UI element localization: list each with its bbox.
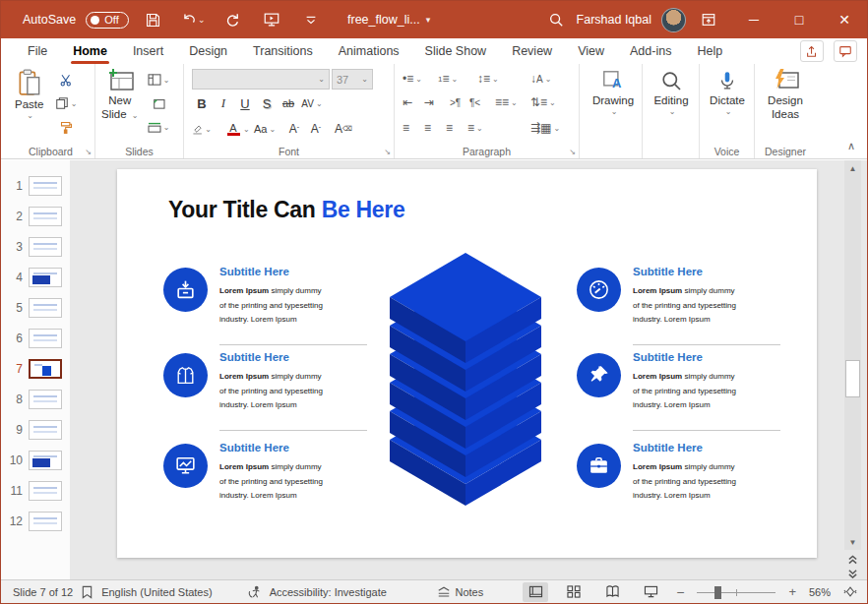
thumbnail-preview[interactable] [29,420,62,440]
search-button[interactable] [541,6,571,33]
save-button[interactable] [139,6,168,33]
zoom-in-button[interactable]: + [788,584,796,599]
paragraph-dialog-launcher[interactable]: ↘ [569,148,576,156]
dictate-button[interactable]: Dictate ⌄ [702,68,753,116]
thumbnail-preview[interactable] [29,329,62,348]
font-dialog-launcher[interactable]: ↘ [384,148,391,156]
slide-thumbnail-9[interactable]: 9 [1,415,70,445]
slide-indicator[interactable]: Slide 7 of 12 [13,586,73,598]
ribbon-display-options-button[interactable] [686,1,731,38]
justify-button[interactable]: ≡⌄ [467,119,483,137]
ltr-button[interactable]: >¶ [450,93,461,111]
text-shadow-button[interactable]: S [257,93,277,113]
next-slide-button[interactable] [844,567,861,580]
convert-smartart-button[interactable]: ⇶▦⌄ [530,119,560,137]
paste-button[interactable]: Paste ⌄ [15,68,43,120]
thumbnail-preview[interactable] [29,512,62,531]
thumbnail-preview[interactable] [29,237,62,257]
clipboard-dialog-launcher[interactable]: ↘ [85,148,92,156]
text-highlight-button[interactable]: ⌄ [192,119,212,139]
line-spacing-button[interactable]: ↕≡⌄ [477,70,499,88]
slide-thumbnail-8[interactable]: 8 [1,385,70,414]
start-slideshow-button[interactable] [257,6,286,33]
strikethrough-button[interactable]: ab [279,93,298,113]
tab-design[interactable]: Design [176,38,240,64]
reading-view-button[interactable] [599,582,625,602]
previous-slide-button[interactable] [844,553,861,567]
font-size-combobox[interactable]: 37⌄ [332,69,373,90]
clear-formatting-button[interactable]: A⌫ [334,119,353,139]
increase-indent-button[interactable]: ⇥ [424,93,434,111]
content-block-4[interactable]: Subtitle Here Lorem Ipsum simply dummy o… [572,261,786,346]
columns-button[interactable]: ≡≡⌄ [495,93,518,111]
slide-sorter-view-button[interactable] [561,582,587,602]
thumbnail-preview[interactable] [29,298,62,318]
close-button[interactable]: ✕ [822,1,867,38]
slide-thumbnail-1[interactable]: 1 [1,171,70,201]
slide-thumbnail-3[interactable]: 3 [1,232,70,262]
slide-thumbnail-5[interactable]: 5 [1,293,70,323]
content-block-2[interactable]: Subtitle Here Lorem Ipsum simply dummy o… [158,346,373,432]
tab-add-ins[interactable]: Add-ins [617,38,684,64]
font-name-combobox[interactable]: ⌄ [192,69,330,90]
scroll-down-button[interactable]: ▼ [844,534,861,550]
tab-file[interactable]: File [15,38,60,64]
decrease-indent-button[interactable]: ⇤ [403,93,412,111]
numbering-button[interactable]: 1≡⌄ [438,70,458,88]
minimize-button[interactable]: ─ [731,1,776,38]
comments-button[interactable] [834,40,857,62]
font-color-dropdown-icon[interactable]: ⌄ [243,125,250,134]
character-spacing-button[interactable]: AV⌄ [302,93,322,113]
document-title[interactable]: free_flow_li... ▾ [347,1,430,38]
scrollbar-track[interactable] [844,176,861,534]
thumbnail-preview[interactable] [29,390,62,409]
thumbnail-preview[interactable] [29,268,62,287]
slide-layout-button[interactable]: ⌄ [147,70,170,90]
thumbnail-preview[interactable] [29,207,62,226]
slide-thumbnail-12[interactable]: 12 [1,507,70,536]
drawing-button[interactable]: A Drawing ⌄ [587,68,640,116]
align-left-button[interactable]: ≡ [403,119,409,137]
tab-animations[interactable]: Animations [326,38,412,64]
slide-thumbnail-4[interactable]: 4 [1,263,70,292]
slide-thumbnail-11[interactable]: 11 [1,476,70,506]
maximize-button[interactable]: □ [776,1,822,38]
tab-review[interactable]: Review [499,38,565,64]
document-dropdown-icon[interactable]: ▾ [426,15,431,25]
customize-quick-access-toolbar-button[interactable] [296,6,326,33]
italic-button[interactable]: I [214,93,233,113]
drawing-dropdown-icon[interactable]: ⌄ [611,107,618,116]
paste-dropdown-icon[interactable]: ⌄ [27,111,33,120]
tab-insert[interactable]: Insert [120,38,176,64]
text-direction-button[interactable]: ↓A⌄ [530,70,551,88]
slide-thumbnail-6[interactable]: 6 [1,324,70,353]
thumbnail-preview[interactable] [29,359,62,379]
zoom-level[interactable]: 56% [809,586,831,598]
avatar[interactable] [661,8,686,32]
redo-button[interactable] [217,6,247,33]
align-text-button[interactable]: ⇅≡⌄ [530,93,556,111]
content-block-1[interactable]: Subtitle Here Lorem Ipsum simply dummy o… [158,261,373,346]
align-right-button[interactable]: ≡ [446,119,453,137]
copy-button[interactable]: ⌄ [54,93,78,113]
reset-slide-button[interactable] [147,93,170,113]
autosave-toggle[interactable]: Off [86,12,128,29]
undo-button[interactable]: ⌄ [178,6,208,33]
tab-help[interactable]: Help [684,38,735,64]
stack-3d-graphic[interactable] [388,253,543,511]
thumbnail-preview[interactable] [29,481,62,501]
slide-title[interactable]: Your Title Can Be Here [168,197,405,223]
zoom-slider-thumb[interactable] [714,586,721,599]
language-status[interactable]: English (United States) [101,586,213,598]
change-case-button[interactable]: Aa⌄ [255,119,275,139]
notes-button[interactable]: Notes [437,586,483,598]
font-color-button[interactable]: A [223,119,243,139]
tab-home[interactable]: Home [60,38,120,64]
undo-dropdown-icon[interactable]: ⌄ [198,15,206,25]
thumbnail-preview[interactable] [29,176,62,196]
design-ideas-button[interactable]: Design Ideas [757,68,814,121]
underline-button[interactable]: U [235,93,255,113]
dictate-dropdown-icon[interactable]: ⌄ [725,107,732,116]
format-painter-button[interactable] [54,117,78,137]
zoom-slider[interactable] [697,585,775,599]
